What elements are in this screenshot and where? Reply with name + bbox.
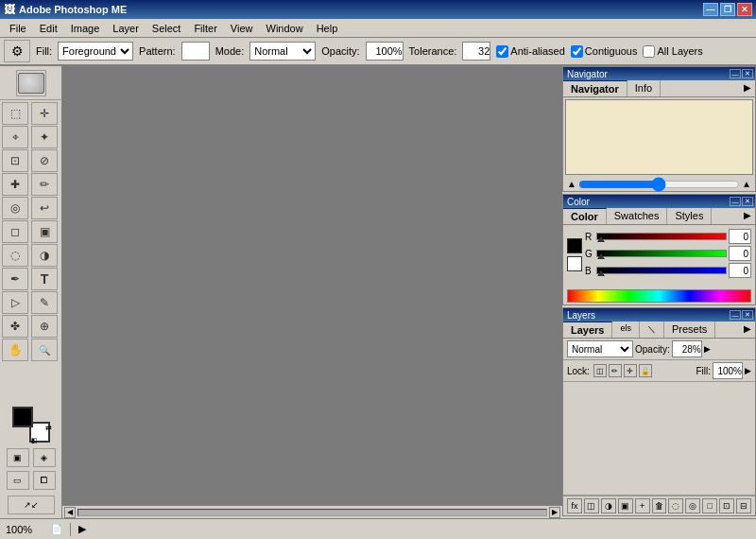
styles-tab[interactable]: Styles: [667, 208, 712, 224]
close-button[interactable]: ✕: [737, 3, 752, 16]
navigator-more-btn[interactable]: ▶: [740, 80, 755, 96]
brush-tool[interactable]: ✏: [31, 173, 58, 196]
swap-colors-icon[interactable]: ⇄: [45, 424, 52, 432]
foreground-color[interactable]: [12, 407, 33, 427]
pattern-preview[interactable]: [181, 42, 210, 61]
stamp-tool[interactable]: ◎: [2, 197, 28, 219]
channels-tab[interactable]: els: [612, 322, 640, 338]
color-minimize-btn[interactable]: —: [730, 197, 741, 206]
info-tab[interactable]: Info: [627, 80, 661, 96]
measure-tool[interactable]: ⊕: [31, 315, 58, 338]
menu-layer[interactable]: Layer: [107, 22, 145, 35]
anti-aliased-option[interactable]: Anti-aliased: [496, 45, 564, 58]
eyedropper-tool[interactable]: ✤: [2, 315, 28, 338]
new-group-btn[interactable]: ▣: [618, 498, 633, 513]
layers-fill-input[interactable]: [713, 362, 743, 379]
lock-transparency-btn[interactable]: ◫: [593, 364, 607, 377]
nav-zoom-in-icon[interactable]: ▲: [742, 179, 751, 189]
contiguous-checkbox[interactable]: [571, 45, 583, 58]
all-layers-option[interactable]: All Layers: [643, 45, 702, 58]
color-fg-box[interactable]: [567, 238, 582, 253]
layers-opacity-input[interactable]: [672, 340, 702, 357]
color-close-btn[interactable]: ✕: [742, 197, 753, 206]
minimize-button[interactable]: —: [703, 3, 718, 16]
eraser-tool[interactable]: ◻: [2, 220, 28, 243]
quick-mask-btn[interactable]: ◈: [33, 448, 56, 467]
lock-position-btn[interactable]: ✛: [624, 364, 637, 377]
standard-screen-btn[interactable]: ▭: [7, 471, 29, 490]
crop-tool[interactable]: ⊡: [2, 149, 28, 172]
restore-button[interactable]: ❐: [720, 3, 735, 16]
lock-all-btn[interactable]: 🔒: [639, 364, 652, 377]
new-fill-layer-btn[interactable]: ◑: [601, 498, 616, 513]
default-colors-icon[interactable]: ◧: [31, 437, 38, 444]
layers-more-btn[interactable]: ▶: [740, 322, 755, 338]
color-bg-box[interactable]: [567, 256, 582, 271]
tolerance-input[interactable]: [462, 42, 490, 61]
delete-layer-btn[interactable]: 🗑: [652, 498, 667, 513]
scroll-track[interactable]: [77, 509, 547, 516]
layers-mode-select[interactable]: Normal Dissolve Multiply: [567, 340, 633, 357]
anti-aliased-checkbox[interactable]: [496, 45, 508, 58]
dodge-tool[interactable]: ◑: [31, 244, 58, 267]
jump-btn[interactable]: ↗↙: [8, 496, 55, 514]
layers-fill-arrow[interactable]: ▶: [745, 366, 751, 375]
layer-btn-4[interactable]: ⊡: [719, 498, 734, 513]
heal-tool[interactable]: ✚: [2, 173, 28, 196]
scroll-left-btn[interactable]: ◀: [64, 507, 76, 518]
presets-tab[interactable]: Presets: [664, 322, 715, 338]
menu-view[interactable]: View: [225, 22, 259, 35]
r-value-input[interactable]: [729, 229, 751, 244]
color-tab[interactable]: Color: [563, 208, 607, 224]
layer-styles-btn[interactable]: fx: [567, 498, 582, 513]
layers-close-btn[interactable]: ✕: [742, 310, 753, 320]
type-tool[interactable]: T: [31, 268, 58, 290]
scroll-right-btn[interactable]: ▶: [549, 507, 560, 518]
slice-tool[interactable]: ⊘: [31, 149, 58, 172]
menu-file[interactable]: File: [4, 22, 32, 35]
history-tool[interactable]: ↩: [31, 197, 58, 219]
all-layers-checkbox[interactable]: [643, 45, 655, 58]
move-tool[interactable]: ✛: [31, 102, 58, 125]
color-more-btn[interactable]: ▶: [740, 208, 755, 224]
opacity-input[interactable]: [366, 42, 404, 61]
navigator-tab[interactable]: Navigator: [563, 80, 627, 96]
h-scrollbar[interactable]: ◀ ▶: [62, 505, 562, 518]
b-value-input[interactable]: [729, 263, 751, 278]
layer-btn-2[interactable]: ◎: [685, 498, 700, 513]
mode-select[interactable]: Normal Dissolve Multiply: [249, 42, 316, 61]
menu-window[interactable]: Window: [261, 22, 309, 35]
standard-mode-btn[interactable]: ▣: [7, 448, 29, 467]
menu-help[interactable]: Help: [311, 22, 344, 35]
magic-wand-tool[interactable]: ✦: [31, 126, 58, 148]
swatches-tab[interactable]: Swatches: [607, 208, 668, 224]
color-spectrum-bar[interactable]: [567, 289, 751, 303]
menu-image[interactable]: Image: [65, 22, 106, 35]
status-arrow[interactable]: ▶: [78, 523, 86, 535]
layers-tab[interactable]: Layers: [563, 322, 612, 338]
menu-filter[interactable]: Filter: [188, 22, 222, 35]
gradient-tool[interactable]: ▣: [31, 220, 58, 243]
new-layer-btn[interactable]: +: [635, 498, 650, 513]
full-screen-btn[interactable]: ⧠: [33, 471, 56, 490]
navigator-zoom-slider[interactable]: [578, 181, 740, 188]
navigator-close-btn[interactable]: ✕: [742, 69, 753, 78]
layer-btn-1[interactable]: ◌: [668, 498, 683, 513]
layer-btn-3[interactable]: □: [702, 498, 717, 513]
layer-btn-5[interactable]: ⊟: [736, 498, 751, 513]
menu-edit[interactable]: Edit: [34, 22, 63, 35]
hand-tool[interactable]: ✋: [2, 339, 28, 361]
marquee-tool[interactable]: ⬚: [2, 102, 28, 125]
blur-tool[interactable]: ◌: [2, 244, 28, 267]
g-value-input[interactable]: [729, 246, 751, 261]
nav-zoom-out-icon[interactable]: ▲: [567, 179, 576, 189]
layer-mask-btn[interactable]: ◫: [584, 498, 599, 513]
pen-tool[interactable]: ✒: [2, 268, 28, 290]
notes-tool[interactable]: ✎: [31, 291, 58, 314]
menu-select[interactable]: Select: [146, 22, 187, 35]
fill-select[interactable]: Foreground Background Color Pattern: [58, 42, 133, 61]
layers-opacity-arrow[interactable]: ▶: [704, 344, 711, 354]
paths-tab[interactable]: ＼: [640, 322, 664, 338]
shape-tool[interactable]: ▷: [2, 291, 28, 314]
navigator-minimize-btn[interactable]: —: [730, 69, 741, 78]
